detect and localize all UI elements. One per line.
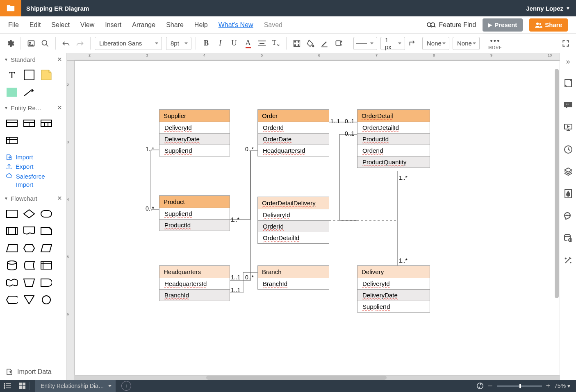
- green-rect-shape[interactable]: [6, 86, 18, 98]
- entity-order-detail-delivery[interactable]: OrderDetailDelivery DeliveryId OrderId O…: [257, 197, 329, 244]
- fc-display[interactable]: [6, 294, 18, 306]
- menu-select[interactable]: Select: [51, 21, 69, 29]
- entity-headquarters[interactable]: Headquarters HeadquartersId BranchId: [159, 265, 230, 301]
- menu-insert[interactable]: Insert: [105, 21, 121, 29]
- fc-stored[interactable]: [23, 259, 35, 272]
- entity-shape-2[interactable]: [23, 117, 35, 129]
- entity-shape-3[interactable]: [40, 117, 52, 129]
- menu-view[interactable]: View: [80, 21, 94, 29]
- fc-cylinder[interactable]: [6, 259, 18, 272]
- entity-shape-4[interactable]: [6, 134, 18, 147]
- line-style-select[interactable]: [353, 37, 377, 50]
- redo-icon[interactable]: [74, 37, 86, 50]
- zoom-in-button[interactable]: +: [546, 382, 551, 390]
- entity-branch[interactable]: Branch BranchId: [257, 265, 329, 290]
- search-icon[interactable]: [39, 37, 51, 50]
- fc-document[interactable]: [23, 225, 35, 237]
- eyedropper-icon[interactable]: [332, 37, 345, 50]
- text-color-icon[interactable]: A: [242, 37, 254, 50]
- import-data-button[interactable]: Import Data: [0, 364, 66, 380]
- canvas-scrollbar-h[interactable]: [206, 376, 387, 380]
- line-width-select[interactable]: 1 px: [380, 37, 405, 50]
- collapse-icon[interactable]: »: [566, 57, 570, 66]
- fc-trapezoid[interactable]: [6, 242, 18, 254]
- entity-product[interactable]: Product SupplierId ProductId: [159, 195, 230, 231]
- document-title[interactable]: Shipping ER Diagram: [21, 5, 89, 12]
- line-bend-icon[interactable]: [407, 37, 419, 50]
- fontsize-select[interactable]: 8pt: [166, 37, 191, 50]
- italic-icon[interactable]: I: [214, 37, 226, 50]
- fc-connector[interactable]: [40, 294, 52, 306]
- salesforce-import-link[interactable]: Salesforce Import: [6, 171, 61, 190]
- zoom-out-button[interactable]: −: [488, 381, 493, 391]
- fc-rect[interactable]: [6, 208, 18, 220]
- underline-icon[interactable]: U: [228, 37, 240, 50]
- fc-manualop[interactable]: [23, 276, 35, 289]
- fc-merge[interactable]: [23, 294, 35, 306]
- sync-icon[interactable]: [476, 382, 484, 390]
- fc-internal[interactable]: [40, 259, 52, 272]
- text-shape[interactable]: T: [6, 69, 18, 81]
- bucket-icon[interactable]: [305, 37, 317, 50]
- arrow-shape[interactable]: [23, 86, 35, 98]
- menu-share[interactable]: Share: [166, 21, 184, 29]
- export-link[interactable]: Export: [6, 162, 61, 171]
- magic-icon[interactable]: [563, 255, 573, 265]
- share-button[interactable]: Share: [529, 18, 568, 32]
- theme-icon[interactable]: [563, 189, 573, 199]
- fc-tape[interactable]: [6, 276, 18, 289]
- fc-diamond[interactable]: [23, 208, 35, 220]
- zoom-slider[interactable]: [497, 385, 542, 387]
- more-button[interactable]: ••• MORE: [488, 37, 502, 50]
- close-icon[interactable]: ✕: [57, 56, 62, 63]
- entity-supplier[interactable]: Supplier DeliveryId DeliveryDate Supplie…: [159, 109, 230, 156]
- section-standard[interactable]: ▼ Standard ✕: [0, 53, 66, 66]
- user-menu[interactable]: Jenny Lopez ▼: [526, 5, 576, 12]
- fc-parallelogram[interactable]: [40, 242, 52, 254]
- fc-card[interactable]: [40, 225, 52, 237]
- note-shape[interactable]: [40, 69, 52, 81]
- section-entity[interactable]: ▼ Entity Re… ✕: [0, 102, 66, 114]
- align-icon[interactable]: [256, 37, 268, 50]
- text-style-icon[interactable]: T⇲: [270, 37, 282, 50]
- menu-arrange[interactable]: Arrange: [132, 21, 155, 29]
- entity-order-detail[interactable]: OrderDetail OrderDetailId ProductId Orde…: [357, 109, 430, 168]
- present-button[interactable]: ▶ Present: [483, 18, 523, 32]
- section-flowchart[interactable]: ▼ Flowchart ✕: [0, 192, 66, 204]
- bold-icon[interactable]: B: [200, 37, 212, 50]
- arrow-start-select[interactable]: None: [422, 37, 449, 50]
- arrow-end-select[interactable]: None: [453, 37, 480, 50]
- fill-icon[interactable]: [291, 37, 303, 50]
- image-icon[interactable]: [25, 37, 37, 50]
- whats-new-link[interactable]: What's New: [219, 21, 253, 29]
- menu-help[interactable]: Help: [194, 21, 208, 29]
- pen-icon[interactable]: [319, 37, 331, 50]
- fc-hexagon[interactable]: [23, 242, 35, 254]
- gear-icon[interactable]: [4, 37, 16, 50]
- chat-icon[interactable]: [563, 211, 573, 221]
- undo-icon[interactable]: [60, 37, 72, 50]
- entity-delivery[interactable]: Delivery DeliveryId DeliveryDate Supplie…: [357, 265, 430, 313]
- canvas[interactable]: Supplier DeliveryId DeliveryDate Supplie…: [75, 61, 560, 375]
- canvas-scrollbar-v[interactable]: [555, 69, 559, 298]
- close-icon[interactable]: ✕: [57, 104, 62, 111]
- rect-shape[interactable]: [23, 69, 35, 81]
- comment-icon[interactable]: "": [563, 100, 573, 110]
- fc-delay[interactable]: [40, 276, 52, 289]
- data-icon[interactable]: [563, 233, 573, 243]
- import-link[interactable]: Import: [6, 152, 61, 162]
- add-page-button[interactable]: +: [121, 381, 131, 391]
- history-icon[interactable]: [563, 145, 573, 154]
- grid-icon[interactable]: [15, 380, 30, 392]
- page-tab[interactable]: Entity Relationship Dia…: [35, 380, 116, 392]
- page-icon[interactable]: [563, 78, 573, 88]
- menu-file[interactable]: File: [8, 21, 19, 29]
- list-icon[interactable]: [0, 380, 15, 392]
- entity-order[interactable]: Order OrderId OrderDate HeadquartersId: [257, 109, 329, 156]
- fc-predefined[interactable]: [6, 225, 18, 237]
- app-logo[interactable]: [0, 0, 21, 16]
- fullscreen-icon[interactable]: [560, 37, 572, 50]
- close-icon[interactable]: ✕: [57, 195, 62, 202]
- entity-shape-1[interactable]: [6, 117, 18, 129]
- fc-terminal[interactable]: [40, 208, 52, 220]
